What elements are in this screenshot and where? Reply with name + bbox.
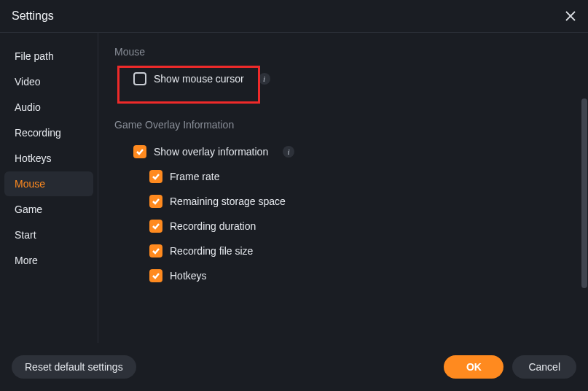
sidebar-item-game[interactable]: Game — [4, 197, 93, 222]
sidebar-item-start[interactable]: Start — [4, 222, 93, 247]
section-heading-overlay: Game Overlay Information — [114, 119, 575, 131]
option-recording-file-size: Recording file size — [114, 239, 575, 263]
content-panel: Mouse Show mouse cursor i Game Overlay I… — [98, 33, 588, 343]
checkbox-remaining-storage[interactable] — [149, 195, 162, 208]
option-frame-rate: Frame rate — [114, 164, 575, 189]
cancel-button[interactable]: Cancel — [512, 355, 576, 379]
checkbox-recording-duration[interactable] — [149, 220, 162, 233]
section-overlay: Game Overlay Information Show overlay in… — [114, 119, 575, 288]
option-label: Hotkeys — [170, 270, 207, 282]
section-heading-mouse: Mouse — [114, 46, 575, 58]
checkbox-hotkeys-overlay[interactable] — [149, 269, 162, 282]
sidebar-item-more[interactable]: More — [4, 248, 93, 273]
option-recording-duration: Recording duration — [114, 214, 575, 239]
main-area: File path Video Audio Recording Hotkeys … — [0, 32, 588, 343]
option-label: Show overlay information — [154, 146, 268, 158]
option-label: Show mouse cursor — [154, 73, 244, 85]
sidebar-item-recording[interactable]: Recording — [4, 120, 93, 145]
checkbox-recording-file-size[interactable] — [149, 244, 162, 258]
option-remaining-storage: Remaining storage space — [114, 189, 575, 214]
option-hotkeys-overlay: Hotkeys — [114, 263, 575, 288]
info-icon[interactable]: i — [283, 146, 294, 158]
sidebar: File path Video Audio Recording Hotkeys … — [0, 33, 98, 343]
sidebar-item-audio[interactable]: Audio — [4, 95, 93, 120]
option-label: Recording duration — [170, 220, 256, 232]
window-title: Settings — [12, 9, 54, 23]
checkbox-show-overlay-info[interactable] — [133, 145, 146, 158]
sidebar-item-file-path[interactable]: File path — [4, 44, 93, 69]
option-label: Frame rate — [170, 171, 219, 182]
close-icon[interactable] — [565, 10, 576, 22]
sidebar-item-video[interactable]: Video — [4, 69, 93, 94]
sidebar-item-mouse[interactable]: Mouse — [4, 171, 93, 196]
checkbox-frame-rate[interactable] — [149, 170, 162, 183]
ok-button[interactable]: OK — [444, 355, 503, 379]
sidebar-item-hotkeys[interactable]: Hotkeys — [4, 146, 93, 171]
reset-defaults-button[interactable]: Reset default settings — [12, 355, 136, 379]
scrollbar-thumb[interactable] — [581, 98, 587, 288]
option-label: Remaining storage space — [170, 196, 286, 207]
section-mouse: Mouse Show mouse cursor i — [114, 46, 575, 91]
option-show-overlay-info: Show overlay information i — [114, 139, 575, 164]
option-show-mouse-cursor: Show mouse cursor i — [114, 66, 575, 91]
checkbox-show-mouse-cursor[interactable] — [133, 72, 146, 85]
option-label: Recording file size — [170, 245, 253, 257]
footer: Reset default settings OK Cancel — [0, 343, 588, 391]
titlebar: Settings — [0, 0, 588, 32]
info-icon[interactable]: i — [259, 73, 270, 85]
scrollbar-track[interactable] — [581, 33, 588, 343]
